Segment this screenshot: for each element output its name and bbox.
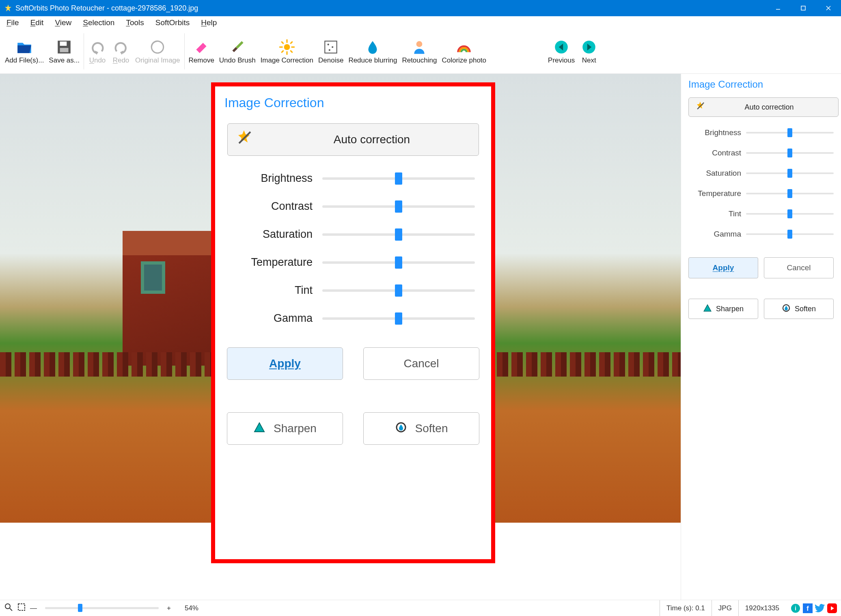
next-button[interactable]: Next [577, 31, 601, 72]
denoise-button[interactable]: Denoise [316, 31, 346, 72]
menubar: File Edit View Selection Tools SoftOrbit… [0, 16, 841, 29]
menu-view[interactable]: View [50, 17, 76, 28]
svg-point-23 [329, 49, 330, 51]
sharpen-button[interactable]: Sharpen [227, 412, 343, 445]
droplet-icon [364, 39, 381, 56]
sidebar-temperature-slider[interactable]: Temperature [688, 189, 834, 198]
image-correction-dialog: Image Correction Auto correction Brightn… [211, 82, 495, 563]
temperature-slider[interactable]: Temperature [231, 256, 475, 269]
menu-tools[interactable]: Tools [121, 17, 149, 28]
soften-button[interactable]: Soften [363, 412, 479, 445]
svg-text:f: f [806, 605, 809, 612]
remove-button[interactable]: Remove [186, 31, 217, 72]
sidebar-title: Image Correction [688, 79, 834, 90]
reduce-blurring-button[interactable]: Reduce blurring [346, 31, 399, 72]
sidebar-auto-correction-button[interactable]: Auto correction [688, 97, 839, 117]
window-titlebar: SoftOrbits Photo Retoucher - cottage-297… [0, 0, 841, 16]
svg-point-22 [332, 46, 333, 47]
image-correction-sidebar: Image Correction Auto correction Brightn… [681, 74, 841, 600]
tint-slider[interactable]: Tint [231, 284, 475, 297]
gamma-slider[interactable]: Gamma [231, 312, 475, 325]
next-icon [580, 39, 597, 56]
floppy-icon [56, 39, 73, 56]
auto-correction-button[interactable]: Auto correction [227, 123, 479, 156]
denoise-icon [322, 39, 339, 56]
sidebar-cancel-button[interactable]: Cancel [764, 257, 834, 278]
undo-icon [89, 39, 106, 56]
svg-text:i: i [795, 605, 796, 612]
zoom-slider[interactable] [45, 607, 159, 609]
status-time: Time (s): 0.1 [660, 600, 712, 616]
menu-softorbits[interactable]: SoftOrbits [151, 17, 194, 28]
original-image-icon [149, 39, 166, 56]
svg-point-11 [284, 44, 290, 50]
redo-icon [112, 39, 129, 56]
window-minimize-button[interactable] [766, 0, 791, 16]
contrast-slider[interactable]: Contrast [231, 200, 475, 213]
svg-line-16 [281, 41, 283, 43]
status-format: JPG [712, 600, 738, 616]
zoom-out-button[interactable]: — [30, 604, 37, 612]
sidebar-gamma-slider[interactable]: Gamma [688, 230, 834, 239]
rainbow-icon [455, 39, 472, 56]
previous-icon [553, 39, 570, 56]
triangle-icon [703, 304, 712, 314]
colorize-button[interactable]: Colorize photo [439, 31, 489, 72]
sidebar-saturation-slider[interactable]: Saturation [688, 169, 834, 178]
sidebar-sharpen-button[interactable]: Sharpen [688, 299, 758, 319]
eraser-icon [193, 39, 210, 56]
zoom-fit-icon[interactable] [4, 603, 13, 614]
sidebar-brightness-slider[interactable]: Brightness [688, 128, 834, 137]
twitter-icon[interactable] [815, 603, 825, 613]
redo-button[interactable]: Redo [109, 31, 133, 72]
panel-title: Image Correction [224, 95, 483, 110]
zoom-in-button[interactable]: + [167, 604, 171, 612]
fit-screen-icon[interactable] [17, 603, 26, 614]
menu-selection[interactable]: Selection [78, 17, 119, 28]
svg-rect-5 [60, 41, 67, 46]
zoom-level: 54% [185, 604, 198, 612]
saturation-slider[interactable]: Saturation [231, 228, 475, 241]
svg-marker-33 [704, 304, 711, 311]
menu-help[interactable]: Help [196, 17, 222, 28]
app-logo-icon [4, 4, 12, 12]
facebook-icon[interactable]: f [803, 603, 813, 613]
svg-line-36 [10, 608, 12, 611]
soften-icon [782, 304, 791, 314]
window-close-button[interactable] [816, 0, 841, 16]
brush-icon [229, 39, 246, 56]
original-image-button[interactable]: Original Image [133, 31, 183, 72]
status-dimensions: 1920x1335 [738, 600, 786, 616]
svg-marker-10 [196, 43, 207, 53]
svg-point-24 [416, 41, 423, 47]
sidebar-soften-button[interactable]: Soften [764, 299, 834, 319]
image-canvas[interactable]: Image Correction Auto correction Brightn… [0, 74, 681, 600]
sidebar-tint-slider[interactable]: Tint [688, 209, 834, 218]
sidebar-apply-button[interactable]: Apply [688, 257, 758, 278]
image-correction-button[interactable]: Image Correction [258, 31, 316, 72]
info-icon[interactable]: i [791, 603, 800, 613]
svg-point-35 [5, 604, 10, 609]
brightness-slider[interactable]: Brightness [231, 172, 475, 185]
youtube-icon[interactable] [827, 603, 837, 613]
previous-button[interactable]: Previous [546, 31, 577, 72]
svg-rect-20 [325, 41, 337, 53]
sun-icon [278, 39, 295, 56]
sidebar-contrast-slider[interactable]: Contrast [688, 149, 834, 157]
window-maximize-button[interactable] [791, 0, 816, 16]
svg-rect-1 [801, 6, 805, 10]
triangle-icon [253, 421, 265, 436]
retouching-button[interactable]: Retouching [399, 31, 439, 72]
toolbar: Add File(s)... Save as... Undo Redo Orig… [0, 29, 841, 74]
undo-button[interactable]: Undo [86, 31, 109, 72]
apply-button[interactable]: Apply [227, 347, 343, 380]
save-as-button[interactable]: Save as... [46, 31, 82, 72]
wand-icon [233, 127, 255, 153]
person-icon [411, 39, 428, 56]
svg-point-21 [328, 43, 329, 45]
cancel-button[interactable]: Cancel [363, 347, 479, 380]
undo-brush-button[interactable]: Undo Brush [217, 31, 258, 72]
menu-edit[interactable]: Edit [26, 17, 49, 28]
add-files-button[interactable]: Add File(s)... [2, 31, 46, 72]
menu-file[interactable]: File [2, 17, 24, 28]
